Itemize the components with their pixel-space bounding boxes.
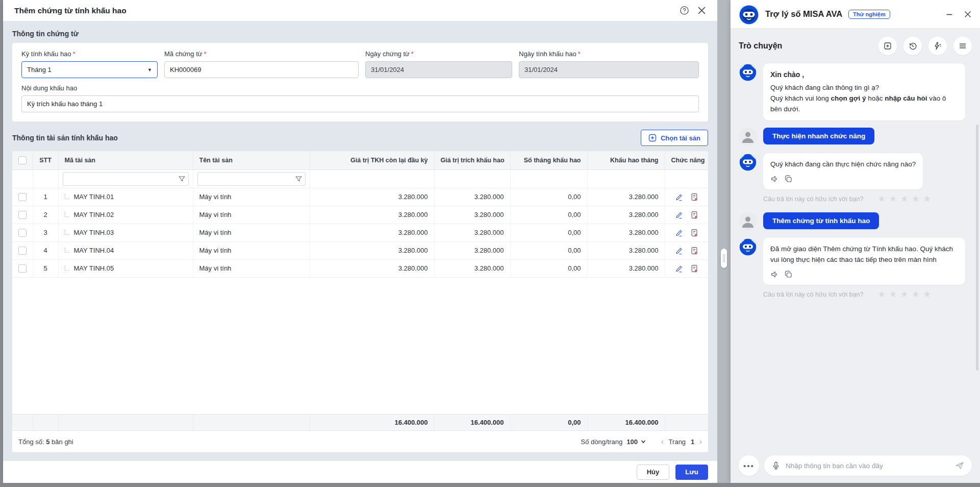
help-icon[interactable]	[680, 6, 689, 15]
save-button[interactable]: Lưu	[675, 465, 708, 480]
calc-date-label: Ngày tính khấu hao	[519, 50, 576, 58]
table-row[interactable]: 2 MAY TINH.02 Máy vi tính 3.280.000 3.28…	[12, 206, 708, 224]
doc-code-input[interactable]	[164, 61, 359, 78]
cell-code: MAY TINH.02	[74, 211, 114, 218]
cell-months: 0,00	[510, 188, 587, 206]
user-message: Thêm chứng từ tính khấu hao	[739, 212, 972, 231]
speaker-icon[interactable]	[770, 175, 779, 183]
col-header-code: Mã tài sản	[58, 151, 193, 169]
total-remaining: 16.400.000	[310, 415, 434, 431]
bot-greeting-bubble: Xin chào , Quý khách đang cần thông tin …	[763, 63, 965, 120]
chat-toolbar: Trò chuyện	[731, 29, 980, 59]
pencil-edit-icon[interactable]	[675, 193, 683, 201]
row-checkbox[interactable]	[18, 229, 27, 237]
record-count: Tổng số: 5 bản ghi	[18, 438, 73, 446]
more-options-button[interactable]: •••	[739, 455, 759, 476]
section-title-document-info: Thông tin chứng từ	[12, 30, 708, 38]
row-checkbox[interactable]	[18, 211, 27, 219]
star-icon[interactable]: ★	[889, 289, 897, 300]
cell-depreciation: 3.280.000	[434, 259, 510, 277]
select-all-checkbox[interactable]	[18, 156, 27, 164]
required-asterisk: *	[204, 50, 207, 58]
microphone-icon[interactable]	[771, 461, 781, 470]
prev-page-button[interactable]: ‹	[661, 437, 664, 446]
minimize-icon[interactable]	[945, 10, 953, 18]
section-title-asset-info: Thông tin tài sản tính khấu hao	[12, 134, 118, 142]
row-checkbox[interactable]	[18, 193, 27, 201]
chat-input-pill	[764, 455, 972, 476]
document-delete-icon[interactable]	[690, 193, 698, 201]
cancel-button[interactable]: Hủy	[637, 465, 669, 480]
pencil-edit-icon[interactable]	[675, 229, 683, 237]
total-depreciation: 16.400.000	[434, 415, 510, 431]
document-delete-icon[interactable]	[690, 247, 698, 255]
field-period: Kỳ tính khấu hao* Tháng 1 ▼	[21, 50, 158, 78]
star-icon[interactable]: ★	[889, 193, 897, 204]
document-delete-icon[interactable]	[690, 211, 698, 219]
cell-months: 0,00	[510, 206, 587, 224]
send-icon[interactable]	[954, 460, 965, 471]
pencil-edit-icon[interactable]	[675, 247, 683, 255]
col-header-name: Tên tài sản	[193, 151, 310, 169]
name-filter-input[interactable]	[201, 175, 295, 182]
cell-monthly: 3.280.000	[587, 206, 665, 224]
document-delete-icon[interactable]	[690, 229, 698, 237]
table-row[interactable]: 5 MAY TINH.05 Máy vi tính 3.280.000 3.28…	[12, 259, 708, 277]
cell-stt: 5	[33, 259, 58, 277]
menu-button[interactable]	[953, 37, 972, 55]
funnel-icon[interactable]	[179, 176, 185, 182]
close-icon[interactable]	[697, 6, 706, 15]
chat-scrollbar[interactable]	[976, 125, 978, 371]
table-row[interactable]: 1 MAY TINH.01 Máy vi tính 3.280.000 3.28…	[12, 188, 708, 206]
row-checkbox[interactable]	[18, 264, 27, 273]
star-icon[interactable]: ★	[900, 193, 909, 204]
choose-asset-button[interactable]: Chọn tài sản	[641, 130, 708, 146]
modal-action-bar: Hủy Lưu	[3, 460, 717, 483]
record-count-value: 5	[46, 438, 49, 446]
funnel-icon[interactable]	[295, 176, 302, 182]
table-row[interactable]: 4 MAY TINH.04 Máy vi tính 3.280.000 3.28…	[12, 241, 708, 259]
cell-stt: 1	[33, 188, 58, 206]
copy-icon[interactable]	[784, 175, 793, 183]
plus-square-icon	[648, 134, 657, 142]
row-checkbox[interactable]	[18, 247, 27, 255]
star-icon[interactable]: ★	[923, 193, 931, 204]
copy-icon[interactable]	[784, 270, 793, 279]
new-chat-button[interactable]	[878, 37, 897, 55]
chat-message-list: Xin chào , Quý khách đang cần thông tin …	[731, 59, 980, 450]
pencil-edit-icon[interactable]	[675, 211, 683, 219]
required-asterisk: *	[73, 50, 76, 58]
code-filter-input[interactable]	[66, 175, 179, 182]
quick-actions-button[interactable]	[928, 37, 947, 55]
star-rating: ★★★★★	[877, 289, 931, 300]
col-header-monthly: Khấu hao tháng	[587, 151, 665, 169]
star-icon[interactable]: ★	[912, 193, 920, 204]
pencil-edit-icon[interactable]	[675, 264, 683, 273]
rows-per-page-select[interactable]: 100	[626, 438, 646, 446]
star-icon[interactable]: ★	[923, 289, 931, 300]
document-delete-icon[interactable]	[690, 264, 698, 273]
description-input[interactable]	[21, 95, 699, 112]
star-icon[interactable]: ★	[877, 289, 886, 300]
table-row[interactable]: 3 MAY TINH.03 Máy vi tính 3.280.000 3.28…	[12, 224, 708, 241]
star-icon[interactable]: ★	[912, 289, 920, 300]
cell-name: Máy vi tính	[193, 241, 310, 259]
doc-date-label: Ngày chứng từ	[365, 50, 410, 58]
period-select[interactable]: Tháng 1 ▼	[21, 61, 158, 78]
current-page[interactable]: 1	[691, 438, 694, 446]
star-icon[interactable]: ★	[900, 289, 909, 300]
user-add-document-pill[interactable]: Thêm chứng từ tính khấu hao	[763, 212, 879, 229]
doc-code-label: Mã chứng từ	[164, 50, 203, 58]
user-avatar	[739, 212, 757, 231]
next-page-button[interactable]: ›	[699, 437, 702, 446]
close-icon[interactable]	[964, 10, 972, 18]
col-header-stt: STT	[33, 151, 58, 169]
user-quick-action-pill[interactable]: Thực hiện nhanh chức năng	[763, 128, 874, 144]
total-months: 0,00	[510, 415, 587, 431]
speaker-icon[interactable]	[770, 270, 779, 279]
panel-resize-handle[interactable]	[721, 249, 727, 268]
history-button[interactable]	[903, 37, 922, 55]
star-icon[interactable]: ★	[877, 193, 886, 204]
field-description: Nội dung khấu hao	[21, 84, 699, 112]
chat-text-input[interactable]	[786, 462, 949, 470]
